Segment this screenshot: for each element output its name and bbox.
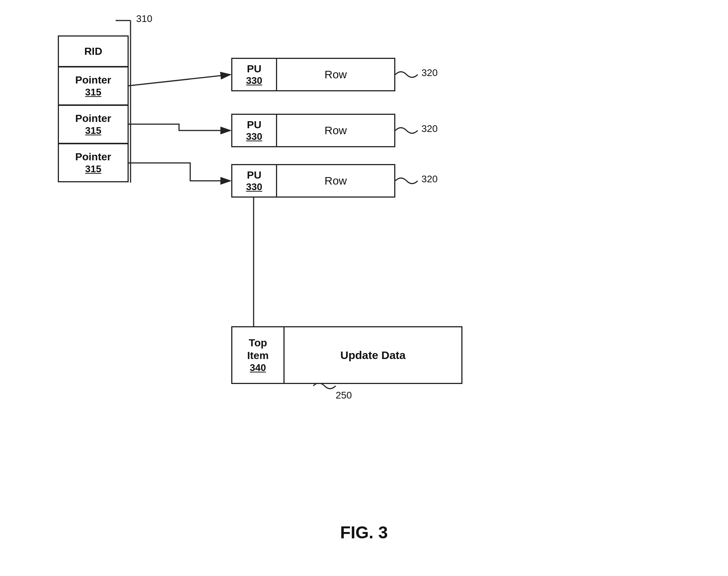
pointer2-label: Pointer xyxy=(75,112,111,125)
ref-320-1: 320 xyxy=(421,67,437,79)
rid-box: RID xyxy=(58,35,129,67)
pointer2-ref: 315 xyxy=(75,125,111,136)
pu2-label: PU xyxy=(246,119,262,131)
pu1-ref: 330 xyxy=(246,75,262,86)
pu2-section: PU 330 xyxy=(232,115,277,146)
ref-320-2: 320 xyxy=(421,123,437,135)
pu1-section: PU 330 xyxy=(232,59,277,90)
pointer3-ref: 315 xyxy=(75,163,111,175)
row3-box: PU 330 Row xyxy=(231,164,395,198)
pu3-ref: 330 xyxy=(246,181,262,193)
updatedata-label: Update Data xyxy=(340,349,405,362)
row1-label: Row xyxy=(324,68,347,81)
ref-250: 250 xyxy=(336,390,352,401)
row1-box: PU 330 Row xyxy=(231,58,395,91)
pu1-label: PU xyxy=(246,63,262,75)
rid-label: RID xyxy=(84,45,102,58)
row2-section: Row xyxy=(277,115,394,146)
figure-caption: FIG. 3 xyxy=(340,522,388,542)
update-data-box: TopItem 340 Update Data xyxy=(231,326,462,384)
topitem-section: TopItem 340 xyxy=(232,327,285,383)
pointer1-label: Pointer xyxy=(75,74,111,86)
row3-label: Row xyxy=(324,174,347,187)
pointer3-box: Pointer 315 xyxy=(58,143,129,182)
pointer1-ref: 315 xyxy=(75,86,111,98)
ref-310: 310 xyxy=(136,13,152,25)
pu3-section: PU 330 xyxy=(232,165,277,196)
pu2-ref: 330 xyxy=(246,131,262,142)
svg-line-3 xyxy=(129,75,230,86)
row2-box: PU 330 Row xyxy=(231,114,395,147)
updatedata-section: Update Data xyxy=(285,327,461,383)
row1-section: Row xyxy=(277,59,394,90)
topitem-ref: 340 xyxy=(247,362,269,374)
row3-section: Row xyxy=(277,165,394,196)
topitem-label: TopItem xyxy=(247,337,269,362)
pointer2-box: Pointer 315 xyxy=(58,105,129,144)
pointer3-label: Pointer xyxy=(75,151,111,163)
pu3-label: PU xyxy=(246,169,262,182)
ref-320-3: 320 xyxy=(421,173,437,185)
row2-label: Row xyxy=(324,124,347,137)
pointer1-box: Pointer 315 xyxy=(58,66,129,106)
